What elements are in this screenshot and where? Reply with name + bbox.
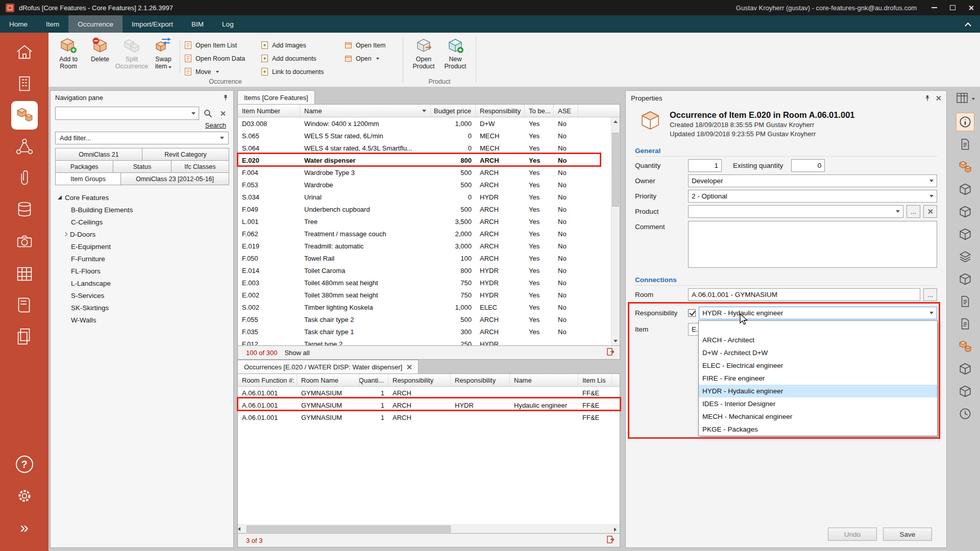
dropdown-option[interactable]: ELEC - Electrical engineer — [699, 359, 937, 372]
open-product-button[interactable]: OpenProduct — [408, 35, 439, 70]
scroll-right-icon[interactable] — [611, 525, 620, 534]
item-row[interactable]: F.055 Task chair type 2 500 ARCH Yes No — [238, 313, 620, 325]
close-tab-icon[interactable] — [406, 364, 412, 370]
images-icon[interactable] — [11, 229, 38, 255]
column-header[interactable]: Room Function #: — [238, 374, 297, 386]
item-row[interactable]: F.012 Target type 2 250 HYDR — [238, 338, 620, 346]
item-row[interactable]: L.001 Tree 3,500 ARCH Yes No — [238, 215, 620, 228]
dropdown-option[interactable]: IDES - Interior Designer — [699, 397, 937, 410]
column-header[interactable]: Item Lis — [578, 374, 612, 386]
item-row[interactable]: S.064 WELS 4 star rated, 4.5/3L Smartflu… — [238, 142, 620, 154]
column-header[interactable]: Responsibility — [476, 105, 525, 117]
item-row[interactable]: F.050 Towel Rail 100 ARCH Yes No — [238, 252, 620, 264]
owner-select[interactable]: Developer — [688, 174, 937, 187]
open-item-list-button[interactable]: Open Item List — [184, 40, 254, 51]
collapse-ribbon-button[interactable] — [955, 15, 980, 33]
horizontal-scrollbar[interactable] — [238, 524, 620, 533]
dropdown-option[interactable]: PKGE - Packages — [699, 423, 937, 436]
filter-tab[interactable]: Revit Category — [142, 148, 229, 161]
dropdown-option[interactable]: FIRE - Fire engineer — [699, 372, 937, 385]
close-properties-icon[interactable] — [936, 95, 941, 101]
column-header[interactable]: Room Name — [297, 374, 359, 386]
swap-item-button[interactable]: Swapitem — [148, 35, 179, 70]
dropdown-option[interactable]: MECH - Mechanical engineer — [699, 410, 937, 423]
room-data-sheet-icon[interactable] — [956, 135, 974, 154]
links-icon[interactable] — [11, 134, 38, 160]
vertical-scrollbar[interactable] — [611, 117, 620, 345]
product-data-icon[interactable] — [956, 180, 974, 198]
occurrence-row[interactable]: A.06.01.001 GYMNASIUM 1 ARCH FF&E — [238, 387, 620, 399]
systems-icon[interactable] — [956, 247, 974, 266]
maximize-button[interactable] — [943, 0, 962, 15]
item-row[interactable]: F.053 Wardrobe 500 ARCH Yes No — [238, 179, 620, 191]
tree-item[interactable]: F-Furniture — [51, 253, 233, 265]
link-to-documents-button[interactable]: Link to documents — [260, 66, 338, 77]
tree-item[interactable]: W-Walls — [51, 314, 233, 326]
column-header[interactable]: Item Number — [238, 105, 300, 117]
open-button[interactable]: Open — [344, 53, 395, 64]
filter-tab[interactable]: OmniClass 23 [2012-05-16] — [120, 172, 229, 185]
move-button[interactable]: Move — [184, 66, 254, 77]
help-icon[interactable]: ? — [11, 451, 38, 478]
item-row[interactable]: S.034 Urinal 0 HYDR Yes No — [238, 191, 620, 203]
filter-tab[interactable]: OmniClass 21 — [55, 148, 142, 161]
item-row[interactable]: E.020 Water dispenser 800 ARCH Yes No — [238, 154, 620, 166]
room-equipment-icon[interactable] — [11, 70, 38, 97]
history-icon[interactable] — [956, 405, 974, 423]
column-header[interactable]: Name — [510, 374, 578, 386]
responsibility-select[interactable]: HYDR - Hydaulic engineer — [699, 307, 937, 319]
rooms-icon[interactable] — [11, 39, 38, 65]
delete-button[interactable]: Delete — [84, 35, 116, 63]
search-input[interactable] — [55, 107, 199, 120]
occurrence-row[interactable]: A.06.01.001 GYMNASIUM 1 ARCH FF&E — [238, 411, 620, 423]
column-header[interactable]: Responsibility — [451, 374, 510, 386]
tree-item[interactable]: D-Doors — [51, 228, 233, 240]
tree-item[interactable]: B-Building Elements — [51, 204, 233, 216]
info-icon[interactable] — [956, 113, 974, 131]
product-browse-button[interactable]: ... — [906, 205, 920, 218]
new-product-button[interactable]: NewProduct — [439, 35, 471, 70]
priority-select[interactable]: 2 - Optional — [688, 190, 937, 203]
quantity-input[interactable]: 1 — [688, 159, 722, 172]
package-icon[interactable] — [956, 225, 974, 243]
item-row[interactable]: S.065 WELS 5 Star rated, 6L/min 0 MECH Y… — [238, 130, 620, 142]
layout-grid-icon[interactable] — [956, 92, 968, 106]
components-icon[interactable] — [956, 270, 974, 288]
scroll-down-icon[interactable] — [611, 337, 620, 345]
filter-tab[interactable]: Packages — [55, 160, 113, 173]
show-all-link[interactable]: Show all — [284, 349, 309, 357]
undo-button[interactable]: Undo — [828, 528, 877, 541]
dropdown-option[interactable] — [699, 321, 937, 334]
column-header[interactable]: Name — [300, 105, 431, 117]
search-link[interactable]: Search — [58, 121, 226, 129]
room-browse-button[interactable]: ... — [923, 288, 937, 301]
documents-icon[interactable] — [956, 292, 974, 311]
reports-icon[interactable] — [11, 292, 38, 318]
menu-tab-import-export[interactable]: Import/Export — [122, 15, 182, 33]
linked-rooms-icon[interactable] — [956, 360, 974, 378]
tree-item[interactable]: C-Ceilings — [51, 216, 233, 228]
occurrences-icon[interactable] — [11, 102, 38, 129]
scrollbar-thumb[interactable] — [247, 525, 451, 533]
tree-item[interactable]: S-Services — [51, 289, 233, 302]
item-row[interactable]: F.035 Task chair type 1 300 ARCH Yes No — [238, 325, 620, 338]
product-icon[interactable] — [956, 203, 974, 221]
item-row[interactable]: E.014 Toilet Caroma 800 HYDR Yes No — [238, 264, 620, 277]
expand-icon[interactable]: » — [11, 514, 38, 541]
clear-search-icon[interactable] — [216, 107, 229, 119]
comment-textarea[interactable] — [688, 221, 937, 268]
column-header[interactable]: Budget price — [431, 105, 476, 117]
pin-icon[interactable] — [924, 95, 930, 102]
item-row[interactable]: E.002 Toilet 380mm seat height 750 HYDR … — [238, 289, 620, 301]
item-row[interactable]: F.062 Treatment / massage couch 2,000 AR… — [238, 228, 620, 240]
attachments-icon[interactable] — [11, 165, 38, 192]
dropdown-option[interactable]: HYDR - Hydaulic engineer — [699, 385, 937, 397]
tree-item[interactable]: Core Features — [51, 191, 233, 204]
images-icon[interactable] — [956, 315, 974, 333]
filter-tab[interactable]: Ifc Classes — [171, 160, 229, 173]
menu-tab-home[interactable]: Home — [0, 15, 37, 33]
menu-tab-item[interactable]: Item — [37, 15, 68, 33]
column-header[interactable]: ASE — [554, 105, 578, 117]
settings-icon[interactable] — [11, 483, 38, 509]
occurrence-row[interactable]: A.06.01.001 GYMNASIUM 1 ARCH HYDR Hydaul… — [238, 399, 620, 411]
